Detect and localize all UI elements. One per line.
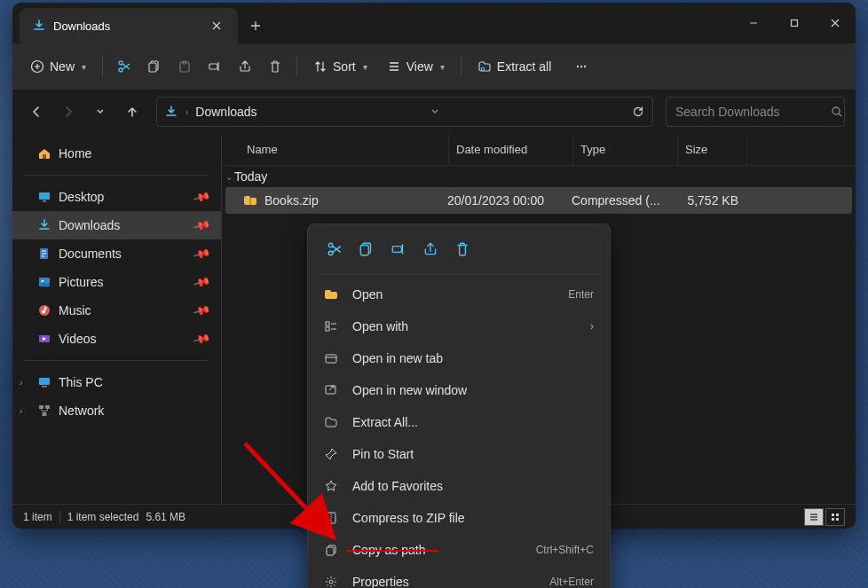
share-button[interactable] (231, 54, 259, 79)
sort-icon (313, 59, 327, 74)
sidebar-item-network[interactable]: › Network (12, 396, 221, 425)
chevron-down-icon: ▾ (82, 62, 86, 72)
address-dropdown-button[interactable] (430, 107, 439, 116)
svg-rect-22 (42, 386, 47, 388)
maximize-button[interactable] (774, 3, 815, 43)
column-size[interactable]: Size (678, 134, 747, 165)
column-label: Size (685, 143, 707, 156)
svg-rect-15 (43, 200, 46, 202)
status-count: 1 item (23, 511, 52, 523)
sidebar-item-label: Home (59, 146, 91, 161)
column-label: Name (247, 143, 278, 156)
ctx-rename-button[interactable] (384, 235, 413, 263)
star-icon (324, 479, 340, 493)
ctx-open[interactable]: Open Enter (312, 278, 606, 310)
zip-icon (324, 511, 340, 525)
cut-button[interactable] (110, 54, 138, 79)
sidebar-item-downloads[interactable]: Downloads 📌 (12, 211, 221, 239)
sidebar-item-documents[interactable]: Documents 📌 (12, 239, 221, 268)
up-button[interactable] (119, 98, 146, 125)
new-button[interactable]: New ▾ (21, 54, 95, 79)
copypath-icon (324, 543, 340, 557)
ctx-open-new-window[interactable]: Open in new window (312, 374, 606, 406)
ctx-copy-button[interactable] (352, 235, 381, 263)
column-date[interactable]: Date modified (449, 134, 573, 165)
ctx-open-with[interactable]: Open with › (312, 310, 606, 342)
folder-icon (324, 287, 340, 302)
ctx-extract-all[interactable]: Extract All... (312, 406, 606, 438)
svg-point-3 (119, 61, 122, 65)
chevron-right-icon[interactable]: › (20, 377, 23, 388)
column-label: Date modified (456, 143, 527, 156)
svg-rect-28 (836, 514, 839, 516)
column-name[interactable]: Name (222, 134, 449, 165)
view-button[interactable]: View ▾ (378, 54, 454, 79)
thumbnails-view-button[interactable] (825, 508, 845, 526)
openwith-icon (324, 319, 340, 333)
close-window-button[interactable] (815, 3, 856, 43)
sidebar-item-home[interactable]: Home (12, 139, 221, 168)
forward-button[interactable] (55, 98, 82, 125)
videos-icon (37, 332, 51, 346)
ctx-share-button[interactable] (416, 235, 445, 263)
pin-icon: 📌 (192, 216, 210, 235)
group-today[interactable]: ⌄ Today (222, 166, 856, 187)
extract-all-button[interactable]: Extract all (469, 54, 560, 79)
search-input[interactable] (675, 105, 831, 119)
svg-rect-8 (209, 64, 217, 69)
sidebar-item-desktop[interactable]: Desktop 📌 (12, 183, 221, 211)
back-button[interactable] (23, 98, 50, 125)
downloads-icon (164, 105, 178, 119)
ellipsis-icon (574, 59, 588, 74)
address-bar[interactable]: › Downloads (156, 97, 653, 127)
sidebar-item-pictures[interactable]: Pictures 📌 (12, 268, 221, 296)
search-box[interactable] (666, 97, 845, 127)
ctx-copy-as-path[interactable]: Copy as path Ctrl+Shift+C (312, 534, 606, 566)
ctx-cut-button[interactable] (320, 235, 349, 263)
refresh-button[interactable] (631, 105, 645, 119)
column-headers: Name Date modified Type Size (222, 134, 856, 166)
copy-button[interactable] (140, 54, 169, 79)
titlebar: Downloads (12, 3, 856, 43)
delete-button[interactable] (261, 54, 289, 79)
sidebar-item-label: Music (59, 303, 91, 318)
ctx-open-new-tab[interactable]: Open in new tab (312, 342, 606, 374)
svg-point-10 (577, 66, 579, 67)
svg-rect-36 (326, 322, 329, 325)
details-view-button[interactable] (804, 508, 824, 526)
tab-downloads[interactable]: Downloads (20, 8, 238, 43)
ctx-label: Open with (352, 319, 408, 333)
ctx-pin-start[interactable]: Pin to Start (312, 438, 606, 470)
sort-button[interactable]: Sort ▾ (304, 54, 376, 79)
newwindow-icon (324, 383, 340, 397)
sidebar: Home Desktop 📌 Downloads 📌 Documents 📌 P… (12, 134, 222, 504)
desktop-icon (37, 190, 51, 204)
sidebar-item-label: Videos (59, 332, 97, 346)
tab-close-icon[interactable] (208, 17, 225, 35)
tab-title: Downloads (53, 20, 110, 33)
rename-button[interactable] (201, 54, 229, 79)
chevron-down-icon: ⌄ (225, 172, 233, 182)
paste-button[interactable] (170, 54, 199, 79)
sidebar-item-music[interactable]: Music 📌 (12, 296, 221, 325)
ctx-properties[interactable]: Properties Alt+Enter (312, 566, 606, 588)
new-label: New (50, 59, 75, 74)
column-type[interactable]: Type (573, 134, 678, 165)
rename-icon (208, 59, 222, 74)
sidebar-item-videos[interactable]: Videos 📌 (12, 325, 221, 353)
minimize-button[interactable] (733, 3, 774, 43)
ctx-delete-button[interactable] (448, 235, 477, 263)
chevron-right-icon[interactable]: › (20, 405, 23, 416)
new-tab-button[interactable] (238, 8, 273, 43)
ctx-compress[interactable]: Compress to ZIP file (312, 502, 606, 534)
sidebar-item-thispc[interactable]: › This PC (12, 368, 221, 396)
ctx-label: Open in new window (352, 383, 467, 397)
file-row[interactable]: Books.zip 20/01/2023 00:00 Compressed (.… (225, 187, 852, 214)
paste-icon (178, 59, 192, 74)
ctx-add-favorites[interactable]: Add to Favorites (312, 470, 606, 502)
recent-locations-button[interactable] (87, 98, 114, 125)
svg-rect-23 (39, 405, 43, 409)
breadcrumb-segment[interactable]: Downloads (195, 105, 256, 119)
svg-rect-5 (149, 63, 156, 72)
more-button[interactable] (567, 54, 596, 79)
